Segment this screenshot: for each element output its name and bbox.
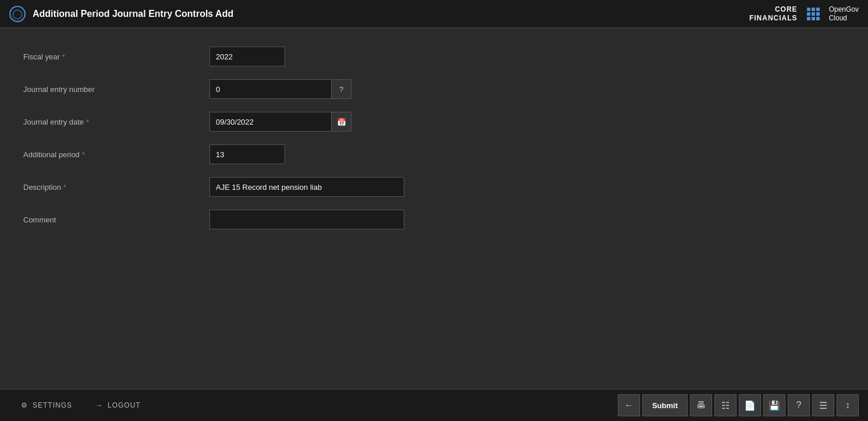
- logout-label: LOGOUT: [108, 401, 141, 409]
- header-right: CORE FINANCIALS OpenGov Cloud: [749, 5, 859, 22]
- page-title: Additional Period Journal Entry Controls…: [33, 9, 233, 19]
- additional-period-row: Additional period*: [23, 143, 845, 165]
- journal-entry-number-label: Journal entry number: [23, 85, 209, 94]
- comment-row: Comment: [23, 208, 845, 231]
- calendar-icon-button[interactable]: 📅: [332, 112, 351, 132]
- additional-period-input[interactable]: [209, 144, 285, 164]
- app-icon: ◯: [9, 6, 26, 22]
- journal-entry-number-row: Journal entry number ?: [23, 78, 845, 100]
- logout-icon: →: [95, 401, 103, 409]
- journal-entry-date-label: Journal entry date*: [23, 118, 209, 126]
- main-content: Fiscal year* Journal entry number ? Jour…: [0, 28, 868, 389]
- brand-label: CORE FINANCIALS: [749, 5, 798, 22]
- fiscal-year-input[interactable]: [209, 47, 285, 66]
- settings-button[interactable]: ⚙ SETTINGS: [9, 390, 84, 422]
- additional-period-label: Additional period*: [23, 150, 209, 159]
- footer-left: ⚙ SETTINGS → LOGOUT: [9, 390, 152, 422]
- tools-button[interactable]: ☰: [812, 394, 834, 416]
- fiscal-year-required: *: [62, 52, 65, 61]
- submit-button[interactable]: Submit: [642, 394, 688, 416]
- logout-button[interactable]: → LOGOUT: [84, 390, 152, 422]
- description-input[interactable]: [209, 177, 404, 197]
- journal-entry-number-input[interactable]: [209, 79, 332, 99]
- journal-entry-date-input[interactable]: [209, 112, 332, 132]
- footer: ⚙ SETTINGS → LOGOUT ← Submit 🖶 ☷ 📄 💾 ? ☰…: [0, 389, 868, 421]
- fiscal-year-row: Fiscal year*: [23, 45, 845, 68]
- fiscal-year-label: Fiscal year*: [23, 52, 209, 61]
- additional-period-required: *: [82, 150, 85, 159]
- description-row: Description*: [23, 176, 845, 198]
- brand-line1: CORE: [749, 5, 798, 13]
- apps-icon[interactable]: [807, 8, 820, 20]
- export-button[interactable]: 📄: [739, 394, 761, 416]
- grid-view-button[interactable]: ☷: [714, 394, 737, 416]
- opengov-cloud-label: OpenGov Cloud: [829, 5, 859, 22]
- comment-input[interactable]: [209, 210, 404, 229]
- layout-button[interactable]: ↕: [837, 394, 859, 416]
- journal-number-field-group: ?: [209, 79, 351, 99]
- journal-date-required: *: [86, 118, 89, 126]
- save-button[interactable]: 💾: [763, 394, 785, 416]
- journal-number-help-button[interactable]: ?: [332, 79, 351, 99]
- settings-icon: ⚙: [21, 401, 28, 409]
- header: ◯ Additional Period Journal Entry Contro…: [0, 0, 868, 28]
- header-left: ◯ Additional Period Journal Entry Contro…: [9, 6, 749, 22]
- settings-label: SETTINGS: [33, 401, 72, 409]
- brand-line2: FINANCIALS: [749, 14, 798, 22]
- help-button[interactable]: ?: [788, 394, 810, 416]
- print-button[interactable]: 🖶: [690, 394, 712, 416]
- journal-date-field-group: 📅: [209, 112, 351, 132]
- comment-label: Comment: [23, 215, 209, 224]
- back-button[interactable]: ←: [618, 394, 640, 416]
- description-label: Description*: [23, 183, 209, 192]
- journal-entry-date-row: Journal entry date* 📅: [23, 111, 845, 133]
- description-required: *: [63, 183, 66, 192]
- footer-right: ← Submit 🖶 ☷ 📄 💾 ? ☰ ↕: [618, 394, 859, 416]
